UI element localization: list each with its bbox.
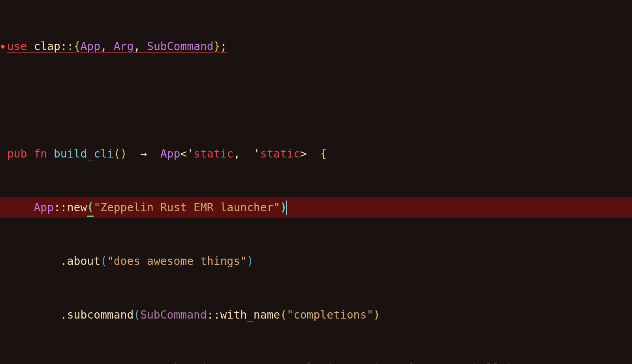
type: SubCommand [140,307,207,323]
method-call: with_name [220,307,280,323]
code-line[interactable]: .subcommand(SubCommand::with_name("compl… [0,305,632,325]
keyword-use: use [7,40,27,53]
method-call: about [167,360,200,364]
method-call: new [67,199,87,216]
code-line-active[interactable]: App::new("Zeppelin Rust EMR launcher") [0,197,632,218]
code-line[interactable]: pub fn build_cli() → App<'static, 'stati… [0,144,632,164]
string-literal: "Zeppelin Rust EMR launcher" [94,199,280,216]
return-type: App [160,146,181,162]
code-line[interactable]: use clap::{App, Arg, SubCommand}; [0,36,632,57]
method-call: about [67,253,100,270]
code-line[interactable]: .about("does awesome things") [0,251,632,272]
arrow: → [140,146,147,162]
import-type: Arg [114,40,134,53]
gutter-marker-icon [1,45,5,49]
import-type: App [80,40,100,53]
code-editor[interactable]: use clap::{App, Arg, SubCommand}; pub fn… [0,3,632,364]
string-literal: "completions" [287,307,373,323]
string-literal: "does awesome things" [107,253,247,270]
keyword-pub: pub [7,146,27,162]
module-name: clap [34,40,60,53]
lifetime: static [260,146,300,162]
lifetime: static [194,146,233,162]
keyword-fn: fn [34,146,47,162]
method-call: subcommand [67,307,134,323]
type: App [34,199,54,216]
import-type: SubCommand [147,40,214,53]
cursor-icon [286,201,287,215]
code-line[interactable] [0,90,632,111]
code-line[interactable]: .about("Generates completion scripts for… [0,358,632,364]
function-name: build_cli [54,146,114,162]
string-literal: "Generates completion scripts for your s… [207,360,507,364]
